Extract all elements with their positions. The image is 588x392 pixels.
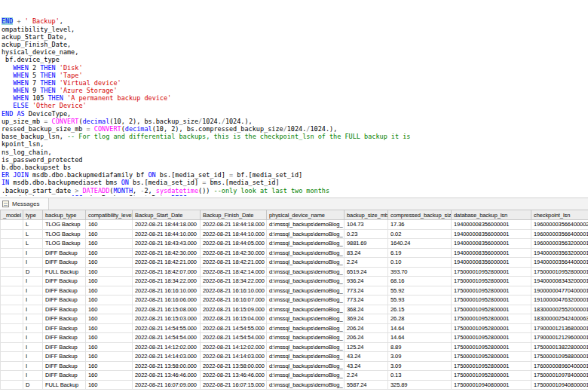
- grid-cell[interactable]: 2022-08-21 14:14:03.000: [133, 352, 201, 362]
- grid-cell[interactable]: 160: [86, 296, 133, 305]
- grid-cell[interactable]: d:\mssql_backups\demoBlog_: [267, 314, 345, 324]
- grid-cell[interactable]: DIFF Backup: [43, 277, 86, 286]
- grid-cell[interactable]: 2022-08-21 14:54:55.000: [133, 323, 201, 333]
- grid-cell[interactable]: 179000012129600001: [531, 333, 588, 343]
- grid-cell[interactable]: 773.24: [345, 286, 388, 296]
- grid-cell[interactable]: FULL Backup: [43, 380, 86, 390]
- grid-cell[interactable]: 2022-08-21 18:42:14.000: [201, 267, 267, 277]
- table-row[interactable]: IDIFF Backup1602022-08-21 16:15:08.00020…: [1, 305, 588, 314]
- grid-cell[interactable]: 183000002552000001: [531, 305, 588, 314]
- grid-cell[interactable]: 196000003566400002: [531, 220, 588, 230]
- grid-cell[interactable]: [1, 352, 23, 362]
- grid-cell[interactable]: 2022-08-21 18:42:21.000: [133, 258, 201, 268]
- grid-cell[interactable]: 160: [86, 371, 133, 381]
- table-row[interactable]: IDIFF Backup1602022-08-21 16:15:03.00020…: [1, 314, 588, 324]
- grid-cell[interactable]: I: [23, 333, 43, 343]
- grid-cell[interactable]: 175000010952800001: [452, 277, 531, 286]
- table-row[interactable]: IDIFF Backup1602022-08-21 14:14:03.00020…: [1, 352, 588, 362]
- table-row[interactable]: LTLOG Backup1602022-08-21 18:44:10.00020…: [1, 229, 588, 239]
- grid-cell[interactable]: 160: [86, 342, 133, 352]
- grid-cell[interactable]: 8.89: [388, 342, 452, 352]
- grid-cell[interactable]: I: [23, 342, 43, 352]
- grid-cell[interactable]: 194000008356000001: [452, 220, 531, 230]
- grid-cell[interactable]: 369.24: [345, 314, 388, 324]
- grid-cell[interactable]: 43.24: [345, 361, 388, 371]
- grid-cell[interactable]: 160: [86, 352, 133, 362]
- grid-cell[interactable]: 194000008356000001: [452, 229, 531, 239]
- grid-cell[interactable]: DIFF Backup: [43, 258, 86, 268]
- grid-cell[interactable]: 175000010952800001: [452, 305, 531, 314]
- grid-cell[interactable]: 194000003563200001: [531, 248, 588, 258]
- grid-cell[interactable]: 55.93: [388, 296, 452, 305]
- grid-cell[interactable]: 2022-08-21 18:44:05.000: [201, 239, 267, 249]
- grid-cell[interactable]: [1, 229, 23, 239]
- column-header-database_backup_lsn[interactable]: database_backup_lsn: [452, 210, 531, 220]
- grid-cell[interactable]: 2022-08-21 13:58:00.000: [201, 361, 267, 371]
- grid-cell[interactable]: I: [23, 258, 43, 268]
- grid-cell[interactable]: 2022-08-21 16:07:09.000: [133, 380, 201, 390]
- grid-cell[interactable]: 17.36: [388, 220, 452, 230]
- grid-cell[interactable]: 125.24: [345, 342, 388, 352]
- grid-cell[interactable]: d:\mssql_backups\demoBlog_: [267, 239, 345, 249]
- grid-cell[interactable]: [1, 239, 23, 249]
- grid-cell[interactable]: 6.19: [388, 248, 452, 258]
- column-header-backup_size_mb[interactable]: backup_size_mb: [345, 210, 388, 220]
- grid-cell[interactable]: d:\mssql_backups\demoBlog_: [267, 361, 345, 371]
- grid-cell[interactable]: 2022-08-21 14:12:02.000: [201, 342, 267, 352]
- grid-cell[interactable]: DIFF Backup: [43, 371, 86, 381]
- grid-cell[interactable]: 83.24: [345, 248, 388, 258]
- grid-cell[interactable]: 2022-08-21 16:15:09.000: [201, 305, 267, 314]
- grid-cell[interactable]: 160: [86, 333, 133, 343]
- table-row[interactable]: IDIFF Backup1602022-08-21 14:54:55.00020…: [1, 323, 588, 333]
- grid-cell[interactable]: I: [23, 305, 43, 314]
- tab-messages[interactable]: Messages: [0, 198, 49, 210]
- grid-cell[interactable]: 160: [86, 361, 133, 371]
- grid-cell[interactable]: 2022-08-21 16:16:07.000: [201, 296, 267, 305]
- grid-cell[interactable]: 2022-08-21 18:44:10.000: [201, 229, 267, 239]
- column-header-backup_start_date[interactable]: Backup_Start_Date: [133, 210, 201, 220]
- grid-cell[interactable]: 6519.24: [345, 267, 388, 277]
- table-row[interactable]: LTLOG Backup1602022-08-21 18:43:43.00020…: [1, 239, 588, 249]
- grid-cell[interactable]: 2022-08-21 18:43:43.000: [133, 239, 201, 249]
- grid-cell[interactable]: 2022-08-21 18:44:18.000: [201, 220, 267, 230]
- grid-cell[interactable]: 43.24: [345, 352, 388, 362]
- grid-cell[interactable]: D: [23, 267, 43, 277]
- results-grid[interactable]: _modeltypebackup_typecompatibility_level…: [0, 210, 588, 392]
- grid-cell[interactable]: d:\mssql_backups\demoBlog_: [267, 305, 345, 314]
- grid-cell[interactable]: 194000008356000001: [452, 258, 531, 268]
- grid-cell[interactable]: 175000010952800001: [452, 371, 531, 381]
- column-header-checkpoint_lsn[interactable]: checkpoint_lsn: [531, 210, 588, 220]
- grid-cell[interactable]: 5587.24: [345, 380, 388, 390]
- grid-cell[interactable]: d:\mssql_backups\demoBlog_: [267, 277, 345, 286]
- grid-cell[interactable]: 2022-08-21 16:15:08.000: [133, 305, 201, 314]
- grid-cell[interactable]: 393.70: [388, 267, 452, 277]
- grid-cell[interactable]: d:\mssql_backups\demoBlog_: [267, 267, 345, 277]
- grid-cell[interactable]: 175000010940800001: [531, 380, 588, 390]
- grid-cell[interactable]: 196000003566400001: [531, 229, 588, 239]
- grid-cell[interactable]: 2022-08-21 14:54:54.000: [201, 333, 267, 343]
- grid-cell[interactable]: 104.73: [345, 220, 388, 230]
- grid-cell[interactable]: 773.24: [345, 296, 388, 305]
- grid-cell[interactable]: [1, 305, 23, 314]
- grid-cell[interactable]: 2022-08-21 16:16:06.000: [133, 296, 201, 305]
- grid-cell[interactable]: 179000012136800001: [531, 323, 588, 333]
- grid-cell[interactable]: 175000010952800001: [452, 286, 531, 296]
- table-row[interactable]: LTLOG Backup1602022-08-21 18:44:18.00020…: [1, 220, 588, 230]
- grid-cell[interactable]: 194000008356000001: [452, 248, 531, 258]
- grid-cell[interactable]: [1, 314, 23, 324]
- grid-cell[interactable]: 2022-08-21 14:54:55.000: [201, 323, 267, 333]
- grid-cell[interactable]: L: [23, 229, 43, 239]
- grid-cell[interactable]: 26.15: [388, 305, 452, 314]
- grid-cell[interactable]: 2022-08-21 14:54:54.000: [133, 333, 201, 343]
- grid-cell[interactable]: DIFF Backup: [43, 342, 86, 352]
- grid-cell[interactable]: 194000008356000001: [452, 239, 531, 249]
- grid-cell[interactable]: 160: [86, 239, 133, 249]
- grid-cell[interactable]: 160: [86, 229, 133, 239]
- grid-cell[interactable]: 183000002542400063: [531, 314, 588, 324]
- column-header-backup_type[interactable]: backup_type: [43, 210, 86, 220]
- grid-cell[interactable]: 175000010952800001: [452, 342, 531, 352]
- grid-cell[interactable]: 2022-08-21 18:34:22.000: [201, 277, 267, 286]
- grid-cell[interactable]: I: [23, 277, 43, 286]
- grid-cell[interactable]: 160: [86, 277, 133, 286]
- table-row[interactable]: DFULL Backup1602022-08-21 18:42:07.00020…: [1, 267, 588, 277]
